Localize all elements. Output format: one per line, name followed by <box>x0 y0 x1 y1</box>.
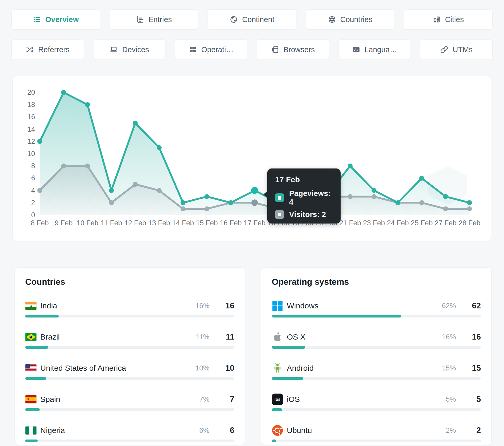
tab-referrers[interactable]: Referrers <box>11 39 84 60</box>
server-icon <box>189 45 197 54</box>
row-value: 16 <box>456 332 481 342</box>
tooltip-row-label: Visitors: 2 <box>289 210 326 219</box>
tab-cities[interactable]: Cities <box>404 9 493 30</box>
progress-fill <box>25 440 38 442</box>
tab-browsers[interactable]: Browsers <box>257 39 329 60</box>
row-value: 15 <box>456 363 481 373</box>
tab-devices[interactable]: Devices <box>93 39 166 60</box>
tab-overview[interactable]: Overview <box>11 9 100 30</box>
flag-india-icon <box>25 301 37 310</box>
y-axis-tick: 12 <box>27 138 35 145</box>
visitors-point[interactable] <box>348 194 353 199</box>
visitors-point[interactable] <box>109 200 114 205</box>
countries-panel: Countries India 16% 16 Brazil 11% 11 <box>15 267 245 445</box>
x-axis-label: 10 Feb <box>77 219 98 227</box>
visitors-point[interactable] <box>419 200 424 205</box>
pageviews-point[interactable] <box>85 102 90 107</box>
pageviews-point[interactable] <box>251 187 258 194</box>
tab-operati[interactable]: Operati… <box>175 39 247 60</box>
pageviews-point[interactable] <box>37 139 42 144</box>
row-percent: 15% <box>427 364 456 372</box>
progress-track <box>272 346 481 349</box>
pageviews-point[interactable] <box>372 188 376 193</box>
x-axis-label: 16 Feb <box>220 219 242 227</box>
list-icon <box>33 15 41 24</box>
tab-continent[interactable]: Continent <box>208 9 296 30</box>
tab-label: Browsers <box>283 45 315 54</box>
visitors-point[interactable] <box>133 182 138 187</box>
windows-logo-icon <box>272 301 283 310</box>
stat-row-ubuntu[interactable]: Ubuntu 2% 2 <box>272 424 481 442</box>
visitors-point[interactable] <box>61 164 66 168</box>
progress-fill <box>25 315 59 317</box>
tab-label: Referrers <box>38 45 70 54</box>
pageviews-point[interactable] <box>443 194 448 199</box>
x-axis-label: 24 Feb <box>387 219 409 227</box>
ubuntu-logo-icon <box>272 426 283 435</box>
visitors-point[interactable] <box>251 199 258 206</box>
visitors-point[interactable] <box>372 194 376 199</box>
row-value: 5 <box>456 395 481 404</box>
browser-window-icon <box>271 45 279 54</box>
stat-row-nigeria[interactable]: Nigeria 6% 6 <box>25 424 234 442</box>
pageviews-point[interactable] <box>348 164 353 168</box>
stat-row-spain[interactable]: Spain 7% 7 <box>25 393 234 411</box>
y-axis-tick: 10 <box>27 150 35 158</box>
tab-countries[interactable]: Countries <box>306 9 395 30</box>
flag-nigeria-icon <box>25 426 37 435</box>
stat-row-android[interactable]: Android 15% 15 <box>272 362 481 380</box>
tooltip-date: 17 Feb <box>275 175 333 184</box>
row-name: Windows <box>287 301 427 310</box>
pageviews-point[interactable] <box>395 200 400 205</box>
tab-label: Entries <box>148 15 172 24</box>
pageviews-point[interactable] <box>181 200 185 205</box>
android-logo-icon <box>272 363 283 373</box>
row-name: OS X <box>287 333 427 341</box>
visitors-point[interactable] <box>181 206 185 211</box>
visitors-point[interactable] <box>157 188 162 193</box>
x-axis-label: 21 Feb <box>339 219 361 227</box>
stat-row-os-x[interactable]: OS X 16% 16 <box>272 331 481 349</box>
pageviews-point[interactable] <box>204 194 209 199</box>
stat-row-windows[interactable]: Windows 62% 62 <box>272 300 481 317</box>
progress-track <box>25 408 234 411</box>
x-axis-label: 9 Feb <box>55 219 72 227</box>
ios-logo-icon: ios <box>272 395 283 404</box>
pageviews-point[interactable] <box>228 200 233 205</box>
visitors-point[interactable] <box>85 164 90 168</box>
visitors-point[interactable] <box>204 206 209 211</box>
row-percent: 2% <box>427 427 456 435</box>
y-axis-tick: 2 <box>31 199 35 207</box>
y-axis-tick: 18 <box>27 101 35 109</box>
visitors-point[interactable] <box>443 206 448 211</box>
operating-systems-list: Windows 62% 62 OS X 16% 16 Android 15% 1 <box>272 300 481 442</box>
series-swatch <box>275 193 284 202</box>
stat-row-brazil[interactable]: Brazil 11% 11 <box>25 331 234 349</box>
visitors-point[interactable] <box>37 188 42 193</box>
tab-utms[interactable]: UTMs <box>420 39 493 60</box>
stat-row-ios[interactable]: ios iOS 5% 5 <box>272 393 481 411</box>
x-axis-label: 14 Feb <box>172 219 194 227</box>
pageviews-point[interactable] <box>109 188 114 193</box>
row-value: 2 <box>456 426 481 435</box>
x-axis-label: 25 Feb <box>411 219 433 227</box>
x-axis-label: 23 Feb <box>363 219 385 227</box>
shuffle-icon <box>26 45 34 54</box>
pageviews-point[interactable] <box>61 90 66 95</box>
pageviews-point[interactable] <box>467 200 472 205</box>
tab-langua[interactable]: AzLangua… <box>339 39 411 60</box>
pageviews-point[interactable] <box>419 176 424 181</box>
x-axis-label: 15 Feb <box>196 219 218 227</box>
pageviews-point[interactable] <box>157 145 162 150</box>
translate-icon: Az <box>352 45 360 54</box>
row-name: Ubuntu <box>287 426 427 435</box>
buildings-icon <box>433 15 441 24</box>
traffic-area-chart[interactable]: 024681012141618208 Feb9 Feb10 Feb11 Feb1… <box>13 76 491 242</box>
tab-entries[interactable]: Entries <box>110 9 198 30</box>
stat-row-india[interactable]: India 16% 16 <box>25 300 234 317</box>
visitors-point[interactable] <box>467 206 472 211</box>
stat-row-united-states-of-america[interactable]: United States of America 10% 10 <box>25 362 234 380</box>
pageviews-point[interactable] <box>133 121 138 126</box>
analytics-dashboard: OverviewEntriesContinentCountriesCities … <box>0 0 504 446</box>
row-percent: 11% <box>181 333 209 341</box>
